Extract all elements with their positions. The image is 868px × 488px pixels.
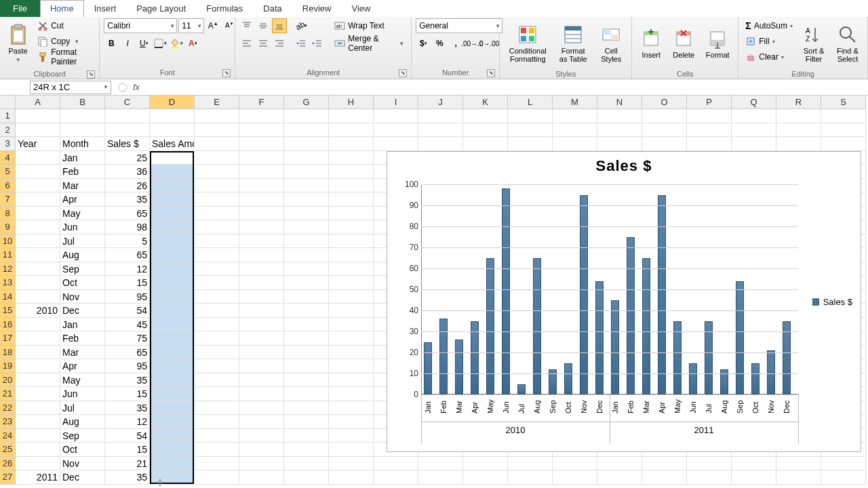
cell-I26[interactable] [374,457,418,471]
cell-E14[interactable] [195,290,239,304]
cell-C7[interactable]: 35 [105,192,150,207]
cell-A21[interactable] [16,387,60,401]
cell-D5[interactable] [150,165,195,179]
cell-N27[interactable] [597,470,642,485]
cell-D6[interactable] [150,179,195,193]
cell-M27[interactable] [553,470,597,485]
cell-E3[interactable] [195,137,239,151]
row-header-4[interactable]: 4 [0,151,16,165]
cell-F16[interactable] [239,318,284,332]
cell-H14[interactable] [329,290,374,304]
cell-B24[interactable]: Sep [60,429,105,443]
cell-Q1[interactable] [732,109,776,123]
cell-F5[interactable] [239,165,284,179]
clipboard-dialog-launcher[interactable]: ⬊ [87,70,95,79]
chart-bar[interactable] [502,188,510,394]
cell-D20[interactable] [150,373,195,388]
cell-B19[interactable]: Apr [60,359,105,373]
cell-G11[interactable] [284,248,329,262]
cell-M2[interactable] [553,123,597,138]
font-color-button[interactable]: A▾ [185,36,200,51]
chart-bar[interactable] [751,363,760,395]
cell-G16[interactable] [284,318,329,332]
cell-I1[interactable] [374,109,418,123]
cell-G23[interactable] [284,415,329,429]
cell-G19[interactable] [284,359,329,373]
cell-E10[interactable] [195,235,239,249]
fill-handle-icon[interactable]: ✛ [155,477,165,488]
cell-E7[interactable] [195,192,239,207]
col-header-G[interactable]: G [284,96,329,109]
cell-C26[interactable]: 21 [105,457,150,471]
cell-E13[interactable] [195,276,239,290]
number-dialog-launcher[interactable]: ⬊ [487,69,495,77]
cell-D15[interactable] [150,304,195,318]
cell-D4[interactable] [150,151,195,165]
font-dialog-launcher[interactable]: ⬊ [222,69,231,77]
cell-B18[interactable]: Mar [60,346,105,360]
cell-H23[interactable] [329,415,374,429]
cell-A12[interactable] [16,262,60,277]
font-name-select[interactable]: Calibri▼ [104,18,177,33]
cell-E8[interactable] [195,207,239,221]
align-top-button[interactable] [239,18,254,33]
cell-H10[interactable] [329,235,374,249]
cell-A6[interactable] [16,179,60,193]
row-header-2[interactable]: 2 [0,123,16,138]
cell-C24[interactable]: 54 [105,429,150,443]
row-header-26[interactable]: 26 [0,457,16,471]
cell-G14[interactable] [284,290,329,304]
col-header-E[interactable]: E [195,96,239,109]
cell-D9[interactable] [150,220,195,235]
cell-F27[interactable] [239,470,284,485]
cell-I3[interactable] [374,137,418,151]
cell-G21[interactable] [284,387,329,401]
cell-F26[interactable] [239,457,284,471]
cell-A14[interactable] [16,290,60,304]
cell-C11[interactable]: 65 [105,248,150,262]
cell-S26[interactable] [821,457,866,471]
cell-E15[interactable] [195,304,239,318]
wrap-text-button[interactable]: abWrap Text [332,18,407,33]
tab-formulas[interactable]: Formulas [196,0,253,17]
row-header-7[interactable]: 7 [0,192,16,207]
cell-G5[interactable] [284,165,329,179]
row-header-8[interactable]: 8 [0,207,16,221]
cell-H2[interactable] [329,123,374,138]
col-header-S[interactable]: S [821,96,866,109]
cell-K2[interactable] [463,123,508,138]
cell-B27[interactable]: Dec [60,470,105,485]
cell-E5[interactable] [195,165,239,179]
cell-J26[interactable] [418,457,463,471]
cell-D12[interactable] [150,262,195,277]
cell-D22[interactable] [150,401,195,415]
cell-B4[interactable]: Jan [60,151,105,165]
col-header-J[interactable]: J [418,96,463,109]
col-header-K[interactable]: K [463,96,508,109]
merge-center-button[interactable]: Merge & Center▼ [332,36,407,51]
cell-D25[interactable] [150,443,195,457]
percent-button[interactable]: % [432,36,447,51]
cell-H3[interactable] [329,137,374,151]
cell-E4[interactable] [195,151,239,165]
cell-F23[interactable] [239,415,284,429]
cell-R2[interactable] [776,123,821,138]
font-size-select[interactable]: 11▼ [178,18,204,33]
cell-B17[interactable]: Feb [60,331,105,346]
cell-G4[interactable] [284,151,329,165]
cell-F10[interactable] [239,235,284,249]
cell-G26[interactable] [284,457,329,471]
row-header-11[interactable]: 11 [0,248,16,262]
tab-review[interactable]: Review [292,0,342,17]
row-header-6[interactable]: 6 [0,179,16,193]
formula-input[interactable] [144,81,868,94]
cell-L1[interactable] [508,109,553,123]
cell-F19[interactable] [239,359,284,373]
cell-C6[interactable]: 26 [105,179,150,193]
tab-file[interactable]: File [0,0,40,17]
cell-A11[interactable] [16,248,60,262]
cell-P27[interactable] [687,470,732,485]
cell-H19[interactable] [329,359,374,373]
cell-A13[interactable] [16,276,60,290]
cell-C15[interactable]: 54 [105,304,150,318]
